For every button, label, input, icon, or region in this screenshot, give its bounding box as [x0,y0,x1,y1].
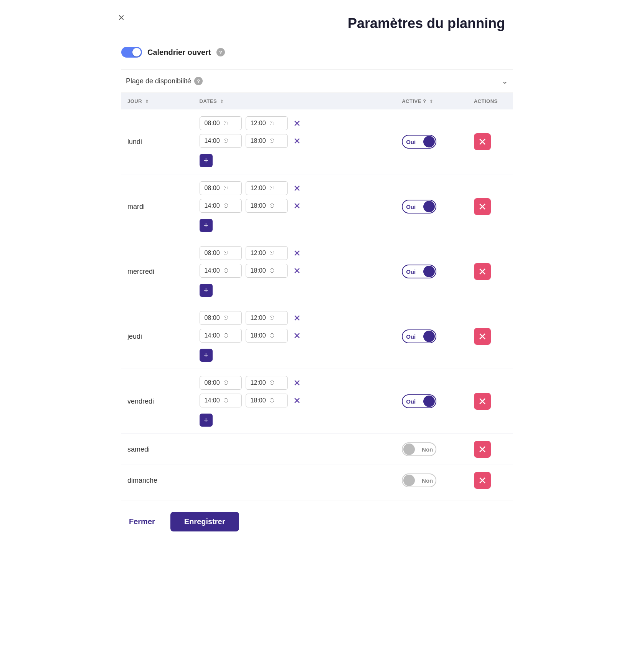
table-row: dimancheOuiNon [121,465,513,496]
add-slot-button-lundi[interactable]: + [200,154,213,167]
end-time-mardi-0[interactable]: 12:00⏲ [246,181,288,195]
active-toggle-dimanche[interactable]: OuiNon [402,473,436,487]
clock-icon: ⏲ [223,185,229,192]
active-toggle-jeudi[interactable]: OuiNon [402,329,436,343]
add-slot-button-vendredi[interactable]: + [200,414,213,427]
start-time-lundi-1[interactable]: 14:00⏲ [200,134,242,148]
dates-cell-lundi: 08:00⏲12:00⏲14:00⏲18:00⏲+ [193,109,396,174]
end-time-jeudi-0[interactable]: 12:00⏲ [246,311,288,325]
plage-title-row: Plage de disponibilité ? [126,77,203,85]
start-time-vendredi-0[interactable]: 08:00⏲ [200,376,242,390]
start-time-value: 14:00 [205,202,220,209]
non-label-jeudi: Non [419,333,436,340]
add-slot-button-mercredi[interactable]: + [200,284,213,297]
remove-slot-button-mardi-1[interactable] [292,200,302,211]
delete-button-mercredi[interactable] [474,263,491,280]
end-time-mercredi-0[interactable]: 12:00⏲ [246,246,288,260]
start-time-mardi-1[interactable]: 14:00⏲ [200,199,242,213]
start-time-jeudi-1[interactable]: 14:00⏲ [200,329,242,343]
remove-slot-button-jeudi-1[interactable] [292,330,302,341]
save-button[interactable]: Enregistrer [170,512,239,531]
clock-icon: ⏲ [223,202,229,209]
day-name-lundi: lundi [127,138,142,146]
start-time-value: 14:00 [205,267,220,274]
time-row: 14:00⏲18:00⏲ [200,199,390,213]
active-cell-vendredi: OuiNon [396,369,468,434]
delete-button-jeudi[interactable] [474,328,491,345]
start-time-value: 14:00 [205,397,220,404]
non-label-samedi: Non [419,446,436,453]
delete-button-lundi[interactable] [474,133,491,150]
end-time-lundi-1[interactable]: 18:00⏲ [246,134,288,148]
add-slot-button-jeudi[interactable]: + [200,349,213,362]
start-time-value: 08:00 [205,185,220,192]
header-active: ACTIVE ? ⇕ [396,93,468,109]
start-time-value: 14:00 [205,137,220,144]
dates-cell-mardi: 08:00⏲12:00⏲14:00⏲18:00⏲+ [193,174,396,239]
modal: × Paramètres du planning Calendrier ouve… [106,0,528,554]
sort-active-icon[interactable]: ⇕ [429,99,433,104]
end-time-vendredi-0[interactable]: 12:00⏲ [246,376,288,390]
calendrier-toggle[interactable] [121,47,142,58]
actions-cell-mardi [468,174,513,239]
end-time-vendredi-1[interactable]: 18:00⏲ [246,394,288,407]
end-time-jeudi-1[interactable]: 18:00⏲ [246,329,288,343]
day-cell-samedi: samedi [121,434,193,465]
start-time-jeudi-0[interactable]: 08:00⏲ [200,311,242,325]
active-toggle-vendredi[interactable]: OuiNon [402,394,436,408]
start-time-mercredi-0[interactable]: 08:00⏲ [200,246,242,260]
end-time-value: 12:00 [251,185,266,192]
plage-chevron-icon[interactable]: ⌄ [502,76,508,86]
active-toggle-lundi[interactable]: OuiNon [402,135,436,149]
day-name-mardi: mardi [127,203,145,210]
active-toggle-mardi[interactable]: OuiNon [402,200,436,214]
clock-icon: ⏲ [269,379,275,386]
remove-slot-button-mardi-0[interactable] [292,183,302,194]
clock-icon: ⏲ [223,250,229,257]
delete-button-samedi[interactable] [474,441,491,458]
end-time-lundi-0[interactable]: 12:00⏲ [246,116,288,130]
plage-help-icon[interactable]: ? [194,77,203,85]
end-time-mardi-1[interactable]: 18:00⏲ [246,199,288,213]
oui-label-dimanche: Oui [403,477,419,484]
start-time-value: 08:00 [205,314,220,321]
close-button[interactable]: × [118,12,124,23]
active-toggle-samedi[interactable]: OuiNon [402,442,436,456]
delete-button-dimanche[interactable] [474,472,491,489]
table-header-row: JOUR ⇕ DATES ⇕ ACTIVE ? ⇕ ACTIONS [121,93,513,109]
table-row: samediOuiNon [121,434,513,465]
active-cell-mardi: OuiNon [396,174,468,239]
add-slot-button-mardi[interactable]: + [200,219,213,232]
table-row: vendredi08:00⏲12:00⏲14:00⏲18:00⏲+OuiNon [121,369,513,434]
remove-slot-button-jeudi-0[interactable] [292,313,302,323]
dates-cell-vendredi: 08:00⏲12:00⏲14:00⏲18:00⏲+ [193,369,396,434]
start-time-mardi-0[interactable]: 08:00⏲ [200,181,242,195]
delete-button-mardi[interactable] [474,198,491,215]
start-time-value: 14:00 [205,332,220,339]
active-toggle-mercredi[interactable]: OuiNon [402,265,436,278]
time-slots-mercredi: 08:00⏲12:00⏲14:00⏲18:00⏲+ [200,246,390,297]
start-time-vendredi-1[interactable]: 14:00⏲ [200,394,242,407]
clock-icon: ⏲ [269,314,275,321]
remove-slot-button-lundi-0[interactable] [292,118,302,129]
start-time-lundi-0[interactable]: 08:00⏲ [200,116,242,130]
remove-slot-button-mercredi-1[interactable] [292,265,302,276]
non-label-vendredi: Non [419,398,436,405]
close-footer-button[interactable]: Fermer [121,513,163,531]
end-time-mercredi-1[interactable]: 18:00⏲ [246,264,288,278]
clock-icon: ⏲ [269,120,275,127]
end-time-value: 12:00 [251,379,266,386]
remove-slot-button-vendredi-1[interactable] [292,395,302,406]
sort-jour-icon[interactable]: ⇕ [145,99,149,104]
end-time-value: 18:00 [251,202,266,209]
remove-slot-button-lundi-1[interactable] [292,136,302,146]
time-row: 08:00⏲12:00⏲ [200,181,390,195]
remove-slot-button-mercredi-0[interactable] [292,248,302,258]
header-actions: ACTIONS [468,93,513,109]
delete-button-vendredi[interactable] [474,393,491,410]
start-time-mercredi-1[interactable]: 14:00⏲ [200,264,242,278]
sort-dates-icon[interactable]: ⇕ [220,99,224,104]
calendrier-help-icon[interactable]: ? [216,48,225,56]
remove-slot-button-vendredi-0[interactable] [292,377,302,388]
time-row: 08:00⏲12:00⏲ [200,311,390,325]
